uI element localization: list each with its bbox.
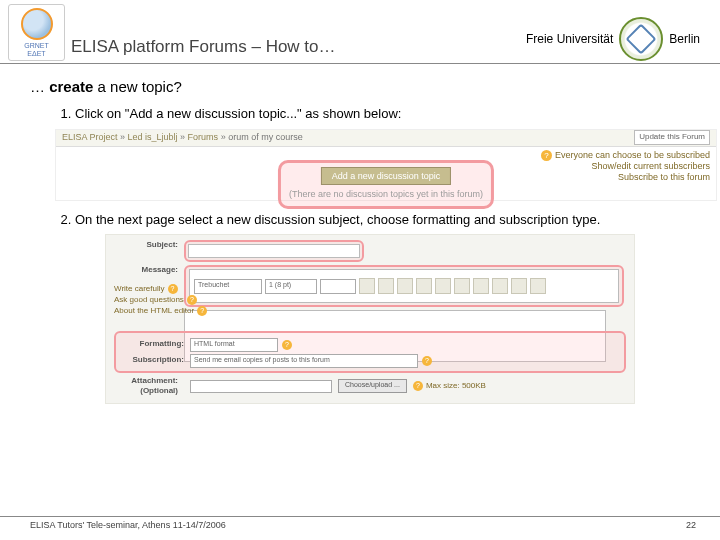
content: … create a new topic? Click on "Add a ne…: [0, 64, 720, 404]
update-forum-button[interactable]: Update this Forum: [634, 130, 710, 145]
italic-icon[interactable]: [378, 278, 394, 294]
help-icon[interactable]: ?: [541, 150, 552, 161]
footer-left: ELISA Tutors' Tele-seminar, Athens 11-14…: [30, 520, 226, 530]
add-discussion-button[interactable]: Add a new discussion topic: [321, 167, 452, 185]
breadcrumb: ELISA Project » Led is_Ljublj » Forums »…: [62, 131, 303, 143]
header-left: GRNET ΕΔΕΤ ELISA platform Forums – How t…: [8, 4, 336, 61]
q-dots: …: [30, 78, 45, 95]
attachment-field[interactable]: [190, 380, 332, 393]
step-1-text: Click on "Add a new discussion topic..."…: [75, 106, 401, 121]
step-1: Click on "Add a new discussion topic..."…: [75, 105, 690, 201]
link-subscribe-choice[interactable]: Everyone can choose to be subscribed: [555, 150, 710, 160]
link-show-subscribers[interactable]: Show/edit current subscribers: [541, 161, 710, 172]
list-icon[interactable]: [473, 278, 489, 294]
size-select[interactable]: 1 (8 pt): [265, 279, 317, 294]
underline-icon[interactable]: [397, 278, 413, 294]
help-icon-2[interactable]: ?: [197, 306, 207, 316]
help-icon-attach[interactable]: ?: [413, 381, 423, 391]
fu-city: Berlin: [669, 32, 700, 46]
help-icon-sub[interactable]: ?: [422, 356, 432, 366]
globe-icon: [21, 8, 53, 40]
help-icon-format[interactable]: ?: [282, 340, 292, 350]
help-icon-1[interactable]: ?: [187, 295, 197, 305]
color-icon[interactable]: [435, 278, 451, 294]
redo-icon[interactable]: [530, 278, 546, 294]
shot1-links: ?Everyone can choose to be subscribed Sh…: [541, 150, 710, 184]
question-line: … create a new topic?: [30, 78, 690, 95]
undo-icon[interactable]: [511, 278, 527, 294]
fu-seal-icon: [619, 17, 663, 61]
q-rest: a new topic?: [98, 78, 182, 95]
help-box: Write carefully? Ask good questions? Abo…: [114, 283, 207, 317]
label-formatting: Formatting:: [120, 339, 190, 350]
fu-berlin-logo: Freie Universität Berlin: [526, 17, 700, 61]
shot1-center: Add a new discussion topic (There are no…: [278, 160, 494, 209]
screenshot-1: ELISA Project » Led is_Ljublj » Forums »…: [55, 129, 717, 201]
shot1-topbar: ELISA Project » Led is_Ljublj » Forums »…: [56, 130, 716, 147]
strike-icon[interactable]: [416, 278, 432, 294]
label-subject: Subject:: [114, 240, 184, 251]
logo-text-1: GRNET: [24, 42, 49, 50]
logo-text-2: ΕΔΕΤ: [27, 50, 45, 58]
step-2-text: On the next page select a new discussion…: [75, 212, 600, 227]
page-number: 22: [686, 520, 696, 530]
help-2[interactable]: About the HTML editor: [114, 306, 194, 315]
fu-text: Freie Universität: [526, 32, 613, 46]
subject-input[interactable]: [188, 244, 360, 258]
step-2: On the next page select a new discussion…: [75, 211, 690, 405]
grnet-logo: GRNET ΕΔΕΤ: [8, 4, 65, 61]
label-attachment: Attachment: (Optional): [114, 376, 184, 398]
crumb-1[interactable]: Led is_Ljublj: [128, 132, 178, 142]
footer: ELISA Tutors' Tele-seminar, Athens 11-14…: [0, 516, 720, 530]
crumb-3: orum of my course: [228, 132, 303, 142]
bold-icon[interactable]: [359, 278, 375, 294]
style-select[interactable]: [320, 279, 356, 294]
slide-header: GRNET ΕΔΕΤ ELISA platform Forums – How t…: [0, 0, 720, 64]
align-icon[interactable]: [454, 278, 470, 294]
row-subject: Subject:: [114, 240, 626, 262]
crumb-0[interactable]: ELISA Project: [62, 132, 118, 142]
upload-button[interactable]: Choose/upload ...: [338, 379, 407, 393]
highlight-subject: [184, 240, 364, 262]
highlight-toolbar: Trebuchet 1 (8 pt): [184, 265, 624, 307]
q-create: create: [49, 78, 93, 95]
crumb-2[interactable]: Forums: [188, 132, 219, 142]
help-0[interactable]: Write carefully: [114, 284, 165, 293]
page-title: ELISA platform Forums – How to…: [71, 37, 336, 61]
link-subscribe[interactable]: Subscribe to this forum: [541, 172, 710, 183]
max-size-text: Max size: 500KB: [426, 381, 486, 392]
row-attachment: Attachment: (Optional) Choose/upload ...…: [114, 376, 626, 398]
highlight-formatting: Formatting: HTML format ? Subscription: …: [114, 331, 626, 373]
link-icon[interactable]: [492, 278, 508, 294]
formatting-select[interactable]: HTML format: [190, 338, 278, 352]
no-discussions-text: (There are no discussion topics yet in t…: [289, 189, 483, 199]
help-icon-0[interactable]: ?: [168, 284, 178, 294]
screenshot-2: Subject: Message: Trebuchet 1 (8 pt): [105, 234, 635, 404]
bottom-rows: Formatting: HTML format ? Subscription: …: [114, 331, 626, 398]
subscription-select[interactable]: Send me email copies of posts to this fo…: [190, 354, 418, 368]
label-message: Message:: [114, 265, 184, 276]
help-1[interactable]: Ask good questions: [114, 295, 184, 304]
steps-list: Click on "Add a new discussion topic..."…: [30, 105, 690, 404]
label-subscription: Subscription:: [120, 355, 190, 366]
highlight-add-topic: Add a new discussion topic (There are no…: [278, 160, 494, 209]
editor-toolbar: Trebuchet 1 (8 pt): [189, 269, 619, 303]
